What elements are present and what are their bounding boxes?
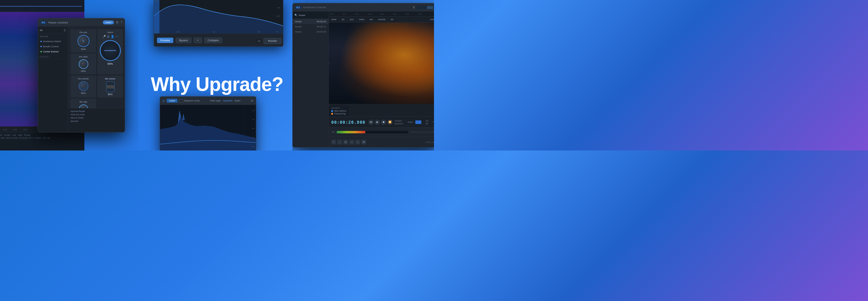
zoom-selection-btn[interactable]: ↔ bbox=[349, 140, 354, 144]
de-clip-label: De-clip bbox=[72, 101, 94, 103]
rx-sidebar-header: All ☰ bbox=[38, 27, 68, 34]
tab-title: Architecture Chat.flac bbox=[303, 6, 326, 9]
left-bottom-bar: Start End Length Low High Range 00:00:04… bbox=[0, 132, 84, 150]
denoise-toolbar: ◎ Learn Adaptive mode Filter type: Dynam… bbox=[160, 97, 256, 105]
de-noise-module: De-noise ⬛⬛ 50% bbox=[97, 75, 123, 98]
loop-btn[interactable]: 🔁 bbox=[387, 120, 393, 125]
render-button[interactable]: Render bbox=[264, 38, 281, 44]
zoom-vertical-btn[interactable]: ↕ bbox=[355, 140, 360, 144]
azimuth-item[interactable]: Azimuth bbox=[69, 120, 124, 123]
de-click-knob[interactable] bbox=[79, 59, 88, 69]
transport-time-display: 00:00:20.800 bbox=[331, 120, 365, 125]
rx-search-box: 🔍 ✕ ◀▶ bbox=[293, 12, 329, 19]
scroll-thumb[interactable] bbox=[427, 6, 433, 9]
speaker2-name: Tracey King bbox=[334, 112, 345, 115]
rx-right-spectrogram: L bbox=[329, 23, 434, 104]
zoom-in-btn[interactable]: + bbox=[331, 140, 336, 144]
svg-text:-80: -80 bbox=[252, 137, 254, 138]
bypass-button[interactable]: Bypass bbox=[176, 38, 191, 43]
sample-rate-label: 48000 Hz bbox=[425, 141, 434, 143]
speaker1-color bbox=[331, 110, 333, 112]
play-btn[interactable]: ▶ bbox=[375, 120, 380, 125]
scroll-up-btn[interactable]: ⬆ bbox=[412, 6, 415, 9]
active-dot bbox=[40, 41, 42, 42]
rx-right-window: RX Architecture Chat.flac ⬆ 🔍 ✕ ◀▶ house bbox=[292, 3, 434, 147]
dynamic-filter-btn[interactable]: Dynamic bbox=[223, 99, 233, 102]
svg-text:-40: -40 bbox=[252, 119, 254, 121]
menu-icon: ☰ bbox=[64, 29, 66, 32]
level-meter-fill bbox=[337, 131, 365, 133]
breath-control-item[interactable]: Breath Control bbox=[38, 44, 68, 49]
filter-type-group: Filter type: Dynamic Static bbox=[210, 99, 241, 102]
de-reverb-knob[interactable] bbox=[79, 81, 88, 91]
transport-bar: 00:00:20.800 ⏮ ▶ ⏹ 🔁 Instant process Gai… bbox=[329, 117, 434, 128]
preview-button[interactable]: Preview bbox=[157, 38, 173, 43]
spectrogram-orange-visual bbox=[329, 23, 434, 104]
timeline-ruler: 21.0 21.2 21.4 21.6 21.8 22.0 22.2 22.4 bbox=[329, 12, 434, 16]
stop-btn[interactable]: ⏹ bbox=[381, 120, 386, 125]
def-label: -def bbox=[331, 131, 335, 133]
static-filter-btn[interactable]: Static bbox=[235, 99, 241, 102]
go-start-btn[interactable]: ⏮ bbox=[368, 120, 374, 125]
zoom-fit-btn[interactable]: ⊡ bbox=[343, 140, 348, 144]
denoise-display: -20 -40 -60 -80 -100 bbox=[160, 105, 256, 150]
ambience-match-item[interactable]: Ambience Match bbox=[38, 39, 68, 44]
de-noise-value: 50% bbox=[99, 93, 121, 96]
eq-display: -80 -100 dB 100 1k 10k Hz -20 bbox=[154, 0, 283, 33]
gain-slider[interactable] bbox=[415, 121, 424, 124]
rx-bottom-list: Spectral Repair Voice De-noise Wow & Flu… bbox=[68, 108, 125, 132]
voice-denoise-item[interactable]: Voice De-noise bbox=[69, 113, 124, 116]
why-upgrade-heading: Why Upgrade? bbox=[151, 74, 283, 95]
gain-slider-thumb bbox=[415, 121, 421, 124]
scroll-controls: ⬆ bbox=[412, 6, 434, 9]
spectral-repair-item[interactable]: Spectral Repair bbox=[69, 109, 124, 113]
center-extract-item[interactable]: Center Extract bbox=[38, 49, 68, 54]
rx-right-titlebar: RX Architecture Chat.flac ⬆ bbox=[293, 3, 434, 12]
active-dot bbox=[40, 51, 42, 53]
voice-waveform bbox=[104, 47, 116, 54]
denoise-learn-button[interactable]: Learn bbox=[167, 99, 178, 103]
search-input[interactable] bbox=[299, 14, 330, 16]
denoise-graph: -20 -40 -60 -80 -100 bbox=[160, 105, 256, 150]
de-ess-label: De-ess bbox=[72, 31, 94, 34]
scroll-control-area bbox=[416, 6, 434, 9]
settings-icon[interactable]: ⚙ bbox=[116, 21, 119, 24]
de-click-value: 50% bbox=[72, 70, 94, 72]
freq-hz: Hz bbox=[276, 31, 279, 33]
speaker2-item: Tracey King bbox=[331, 112, 346, 115]
learn-button[interactable]: Learn bbox=[103, 21, 114, 24]
grid-icon: ⊞ bbox=[107, 35, 110, 38]
instant-process-label: Instant process bbox=[395, 120, 406, 125]
bottom-meter-row: -def -70 -65 -51 -40 -35 -30 -25 -20 bbox=[329, 128, 434, 137]
menu-icon-denoise: ⚙ bbox=[251, 99, 253, 102]
de-click-label: De-click bbox=[72, 55, 94, 58]
de-ess-knob[interactable]: Ŝ bbox=[78, 35, 90, 47]
help-icon[interactable]: ? bbox=[121, 21, 122, 24]
voice-ring bbox=[100, 40, 121, 61]
de-click-module: De-click 50% bbox=[70, 54, 96, 74]
db-label-mid: -100 bbox=[276, 15, 280, 17]
freq-100: 100 bbox=[176, 31, 180, 33]
zoom-out-btn[interactable]: - bbox=[337, 140, 342, 144]
settings-btn[interactable]: ⚙ bbox=[361, 140, 366, 144]
word-list-item[interactable]: house 00:00:33 bbox=[293, 29, 329, 34]
wow-flutter-item[interactable]: Wow & Flutter bbox=[69, 116, 124, 120]
speaker1-name: Nick LaPenn bbox=[334, 110, 346, 112]
center-panel: -80 -100 dB 100 1k 10k Hz -20 Preview By… bbox=[130, 0, 304, 150]
word-list-item[interactable]: house 00:00:17 bbox=[293, 24, 329, 29]
word-list-item[interactable]: house 00:00:10 bbox=[293, 19, 329, 24]
freq-10k: 10k bbox=[257, 31, 261, 33]
waveform-toggle[interactable]: 〰 bbox=[432, 121, 434, 124]
de-noise-control[interactable]: ⬛⬛ bbox=[106, 81, 115, 92]
eq-footer: Preview Bypass + Compare -10 Render bbox=[154, 33, 283, 47]
right-panel: RX Architecture Chat.flac ⬆ 🔍 ✕ ◀▶ house bbox=[292, 0, 434, 150]
adaptive-checkbox[interactable] bbox=[179, 99, 182, 102]
repair-section-label: Repair bbox=[38, 35, 68, 39]
compare-button[interactable]: Compare bbox=[204, 38, 222, 43]
add-band-button[interactable]: + bbox=[194, 38, 202, 43]
voice-label: Voice bbox=[99, 31, 121, 34]
db-minus20: -20 bbox=[155, 31, 158, 33]
denoise-window: ◎ Learn Adaptive mode Filter type: Dynam… bbox=[160, 96, 256, 150]
double-circle-icon: ◎ bbox=[162, 99, 165, 102]
zoom-row: + - ⊡ ↔ ↕ ⚙ 48000 Hz bbox=[329, 137, 434, 147]
